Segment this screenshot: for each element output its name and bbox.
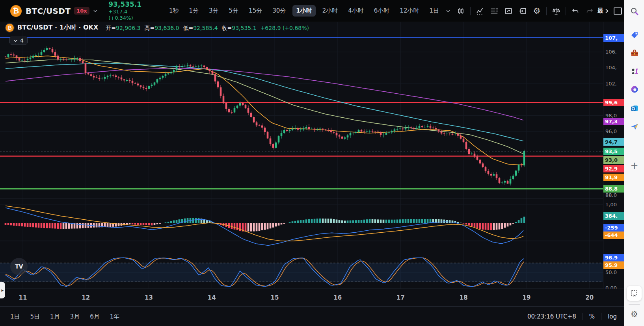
timeframe-15分[interactable]: 15分 [245, 5, 266, 17]
collapsed-indicators-badge[interactable]: 4 [9, 37, 28, 44]
range-6月[interactable]: 6月 [90, 313, 100, 320]
ohlc-item: 高=93,636.0 [144, 25, 179, 31]
time-tick: 17 [396, 294, 405, 301]
time-tick: 12 [82, 294, 90, 301]
price-tick: 1,00 [605, 202, 617, 207]
timeframe-12小时[interactable]: 12小时 [396, 5, 423, 17]
legend-btc-icon: ₿ [6, 24, 14, 32]
timeframe-3分[interactable]: 3分 [205, 5, 222, 17]
legend-ohlc: 开=92,906.3高=93,636.0低=92,585.4收=93,535.1… [102, 24, 309, 32]
price-tick: 104, [605, 65, 617, 70]
time-tick: 14 [208, 294, 216, 301]
data-window-button[interactable] [488, 5, 501, 17]
chart-settings-button[interactable]: ⚙ [530, 5, 543, 17]
redo-button[interactable] [583, 5, 596, 17]
sidebar-search-icon[interactable] [629, 6, 640, 17]
timeframe-30分[interactable]: 30分 [269, 5, 289, 17]
timeframe-bar: 1秒1分3分5分15分30分1小时2小时4小时6小时12小时1日 [166, 5, 450, 17]
timeframe-4小时[interactable]: 4小时 [344, 5, 367, 17]
top-toolbar: ₿ BTC/USDT 10x 93,535.1 +317.4 (+0.34%) … [0, 0, 624, 22]
price-label-badge: 93,5 [603, 148, 624, 155]
price-label-badge: -644 [603, 232, 624, 239]
price-tick: 102, [605, 81, 617, 87]
percent-scale-toggle[interactable]: % [589, 313, 595, 320]
price-label-badge: 384. [603, 212, 624, 220]
price-label-badge: -259 [603, 224, 624, 232]
left-panel-expand-handle[interactable]: ▸ [0, 282, 5, 298]
bar-replay-button[interactable] [502, 5, 515, 17]
range-buttons: 1日5日1月3月6月1年 [0, 313, 119, 320]
svg-text:✂: ✂ [633, 293, 636, 298]
symbol-dropdown-caret-icon[interactable] [93, 9, 98, 13]
timeframe-2小时[interactable]: 2小时 [319, 5, 342, 17]
price-label-badge: 91,9 [603, 174, 624, 181]
price-label-badge: 92,9 [603, 165, 624, 172]
time-axis[interactable]: 11121314151617181920 [0, 289, 624, 307]
sidebar-toolbox-icon[interactable] [629, 48, 640, 58]
range-1月[interactable]: 1月 [50, 313, 60, 320]
timeframe-6小时[interactable]: 6小时 [370, 5, 393, 17]
price-tick: 88,0 [605, 192, 617, 198]
price-label-badge: 97,3 [603, 118, 624, 125]
chart-style-candles-button[interactable] [454, 5, 467, 17]
price-label-badge: 94,7 [603, 138, 624, 146]
leverage-badge: 10x [74, 7, 89, 15]
last-price-block: 93,535.1 +317.4 (+0.34%) [108, 0, 152, 22]
range-1年[interactable]: 1年 [110, 313, 120, 320]
price-label-badge: 107, [603, 34, 624, 42]
price-label-badge: 88,8 [603, 185, 624, 193]
range-3月[interactable]: 3月 [70, 313, 80, 320]
clock[interactable]: 00:23:16 UTC+8 [527, 313, 576, 320]
ohlc-item: 低=92,585.4 [183, 25, 218, 31]
range-1日[interactable]: 1日 [10, 313, 20, 320]
time-tick: 18 [460, 294, 468, 301]
chevron-down-icon [13, 39, 18, 43]
price-tick: 50.0 [605, 269, 617, 275]
sidebar-games-icon[interactable] [629, 66, 640, 76]
indicators-button[interactable] [474, 5, 486, 17]
price-chart-canvas[interactable] [0, 22, 603, 289]
timeframe-1日[interactable]: 1日 [426, 5, 443, 17]
ohlc-item: 收=93,535.1 [222, 25, 257, 31]
timeframe-1小时[interactable]: 1小时 [292, 5, 315, 17]
go-to-date-button[interactable] [516, 5, 529, 17]
tradingview-logo[interactable]: TV [10, 258, 28, 275]
last-price: 93,535.1 [108, 0, 152, 9]
time-tick: 13 [145, 294, 153, 301]
bottom-toolbar: 1日5日1月3月6月1年 00:23:16 UTC+8 % log [0, 306, 624, 326]
timeframe-1分[interactable]: 1分 [185, 5, 202, 17]
sidebar-shopping-icon[interactable] [629, 30, 640, 40]
ohlc-item: 开=92,906.3 [106, 25, 140, 31]
sidebar-screenshot-icon[interactable]: ✂ [627, 286, 642, 301]
undo-button[interactable] [569, 5, 582, 17]
sidebar-drop-icon[interactable] [629, 122, 640, 132]
fullscreen-button[interactable] [611, 5, 624, 17]
legend-title[interactable]: BTC/USDT · 1小时 · OKX [17, 24, 98, 32]
price-tick: 96,0 [605, 128, 617, 134]
timeframe-1秒[interactable]: 1秒 [166, 5, 182, 17]
price-change: +317.4 (+0.34%) [108, 9, 152, 22]
maximize-button[interactable]: 最 [597, 5, 610, 17]
compare-scale-button[interactable] [550, 5, 562, 17]
price-label-badge: 96.9 [603, 254, 624, 261]
time-tick: 15 [271, 294, 279, 301]
candles [5, 46, 525, 185]
time-tick: 20 [585, 294, 594, 301]
ohlc-change: +628.9 (+0.68%) [261, 25, 309, 31]
price-scale[interactable]: 106,104,102,98,096,088,01,0050.00.00107,… [603, 22, 624, 289]
price-tick: 0.00 [605, 285, 617, 289]
price-label-badge: 93,0 [603, 156, 624, 164]
sidebar-microsoft-365-icon[interactable] [629, 84, 640, 94]
timeframe-5分[interactable]: 5分 [225, 5, 242, 17]
price-label-badge: 99,6 [603, 99, 624, 106]
price-label-badge: 95.9 [603, 261, 624, 269]
sidebar-add-icon[interactable]: + [629, 161, 640, 171]
price-tick: 106, [605, 49, 617, 55]
chart-tools: ⚙最 [454, 5, 624, 17]
sidebar-outlook-icon[interactable] [629, 103, 640, 113]
sidebar-settings-icon[interactable]: ⚙ [629, 309, 640, 319]
log-scale-toggle[interactable]: log [608, 313, 617, 320]
symbol-title[interactable]: BTC/USDT [26, 6, 71, 16]
range-5日[interactable]: 5日 [30, 313, 40, 320]
timeframe-dropdown-caret-icon[interactable] [446, 9, 450, 13]
